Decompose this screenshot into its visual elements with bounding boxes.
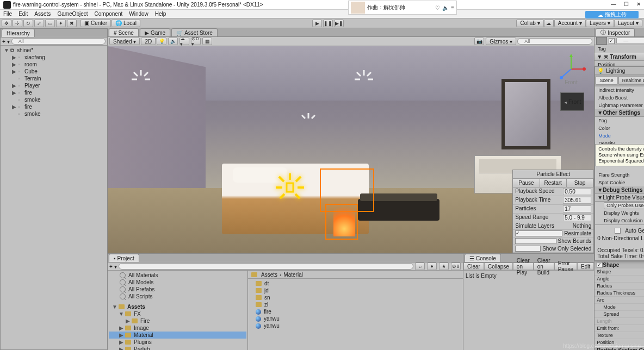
light-gizmo-icon[interactable] [352, 68, 375, 93]
asset-folder[interactable]: ▶Fire [109, 317, 246, 324]
active-checkbox[interactable] [609, 38, 615, 44]
tab-game[interactable]: ▶ Game [140, 28, 170, 36]
favorite-item[interactable]: All Prefabs [109, 286, 246, 293]
hierarchy-search[interactable] [11, 38, 106, 45]
heart-icon[interactable]: ♡ [435, 5, 440, 11]
collab-dropdown[interactable]: Collab ▾ [516, 20, 543, 27]
lighting-tab-realtime[interactable]: Realtime Lightmaps [618, 76, 644, 85]
asset-item[interactable]: yanwu [249, 322, 462, 329]
favorite[interactable]: ★ [439, 262, 449, 270]
lighting-window[interactable]: 💡Lighting ▤ ⊡ ✕ Scene Realtime Lightmaps… [595, 66, 644, 261]
project-browser[interactable]: Assets › Material dtjdsnzlfireyanwuyanwu [248, 271, 463, 350]
hierarchy-item[interactable]: ▫Terrain [1, 75, 107, 82]
particle-pause[interactable]: Pause [513, 179, 540, 187]
console-btn-edit[interactable]: Edit [577, 262, 594, 270]
filter-type[interactable]: ⌕ [415, 262, 425, 270]
misc-toggle[interactable]: ⊘0 ▾ [191, 38, 201, 45]
pause-button[interactable]: ❚❚ [323, 20, 333, 27]
particle-restart[interactable]: Restart [540, 179, 567, 187]
particle-option[interactable]: Show Only Selected [513, 245, 593, 253]
hierarchy-item[interactable]: ▫smoke [1, 96, 107, 103]
menu-assets[interactable]: Assets [34, 11, 51, 17]
shape-enabled[interactable] [597, 262, 603, 268]
rect-tool[interactable]: ▭ [45, 20, 55, 27]
asset-item[interactable]: sn [249, 294, 462, 301]
light-gizmo-icon[interactable] [298, 111, 319, 135]
upload-button[interactable]: ☁ 拖拽上传 [585, 11, 639, 18]
light-gizmo-icon[interactable] [129, 68, 152, 93]
volume-icon[interactable]: 🔈 [442, 5, 449, 11]
console-btn-clear-on-play[interactable]: Clear on Play [513, 262, 534, 270]
hierarchy-item[interactable]: ▶▫Player [1, 82, 107, 89]
pivot-button[interactable]: ▣ Center [81, 20, 111, 27]
lighting-tab-scene[interactable]: Scene [596, 76, 617, 85]
console-btn-clear-on-build[interactable]: Clear on Build [534, 262, 554, 270]
menu-file[interactable]: File [3, 11, 12, 17]
asset-folder[interactable]: ▶Plugins [109, 339, 246, 346]
name-field[interactable] [616, 38, 644, 44]
console-btn-collapse[interactable]: Collapse [484, 262, 513, 270]
favorite-item[interactable]: All Models [109, 279, 246, 286]
tab-hierarchy[interactable]: Hierarchy [2, 29, 35, 37]
lpv-dropdown[interactable]: Only Probes Used By Selection [604, 202, 644, 209]
rotate-tool[interactable]: ↻ [23, 20, 33, 27]
asset-item[interactable]: dt [249, 280, 462, 287]
filter-label[interactable]: ● [427, 262, 437, 270]
tab-project[interactable]: ▪ Project [109, 254, 139, 262]
selected-light-icon[interactable] [274, 171, 306, 204]
particle-option[interactable]: Show Bounds [513, 238, 593, 245]
gizmos-dropdown[interactable]: Gizmos ▾ [486, 38, 516, 45]
hierarchy-item[interactable]: ▶▫fire [1, 103, 107, 110]
create-dropdown[interactable]: + ▾ [2, 39, 10, 45]
asset-item[interactable]: yanwu [249, 315, 462, 322]
transform-header[interactable]: ▼ ⤧ Transform◐ ⁝ [595, 53, 644, 61]
menu-window[interactable]: Window [129, 11, 148, 17]
hierarchy-item[interactable]: ▫smoke [1, 110, 107, 117]
audio-toggle[interactable]: 🔈 [168, 38, 178, 45]
favorite-item[interactable]: All Scripts [109, 293, 246, 300]
custom-tool[interactable]: ✖ [67, 20, 77, 27]
grid-toggle[interactable]: ▦ [202, 38, 212, 45]
hierarchy-item[interactable]: ▶▫Cube [1, 68, 107, 75]
hidden-toggle[interactable]: ⊘8 [451, 262, 461, 270]
tab-console[interactable]: ☰ Console [465, 254, 501, 262]
crumb[interactable]: Assets [261, 272, 277, 278]
hierarchy-item[interactable]: ▼⧉shinei* [1, 47, 107, 54]
lighting-header[interactable]: 💡Lighting ▤ ⊡ ✕ [595, 67, 644, 75]
combo-tool[interactable]: ✦ [56, 20, 66, 27]
lighting-toggle[interactable]: 💡 [157, 38, 166, 45]
layout-dropdown[interactable]: Layout ▾ [614, 20, 642, 27]
scene-viewport[interactable]: Front ◄ Front Particle Effect Pause Rest… [108, 46, 594, 253]
asset-folder[interactable]: ▶Prefeb [109, 346, 246, 350]
asset-item[interactable]: jd [249, 287, 462, 294]
autogen-checkbox[interactable] [615, 228, 621, 234]
maximize-button[interactable]: ☐ [624, 1, 629, 7]
hierarchy-item[interactable]: ▶▫xiaofang [1, 54, 107, 61]
crumb[interactable]: Material [283, 272, 303, 278]
close-button[interactable]: ✕ [636, 1, 641, 7]
account-dropdown[interactable]: Account ▾ [554, 20, 586, 27]
tab-inspector[interactable]: ⓘ Inspector [596, 28, 635, 36]
playlist-icon[interactable]: ≡ [451, 5, 454, 11]
step-button[interactable]: ▶❚ [334, 20, 344, 27]
hierarchy-item[interactable]: ▶▫fire [1, 89, 107, 96]
play-button[interactable]: ▶ [312, 20, 322, 27]
fx-toggle[interactable]: ☁ ▾ [179, 38, 189, 45]
camera-settings[interactable]: 📷 [474, 38, 484, 45]
asset-folder[interactable]: ▶Image [109, 324, 246, 332]
menu-edit[interactable]: Edit [18, 11, 28, 17]
layers-dropdown[interactable]: Layers ▾ [586, 20, 614, 27]
other-settings-header[interactable]: ▼ Other Settings [595, 109, 644, 117]
project-tree[interactable]: All MaterialsAll ModelsAll PrefabsAll Sc… [108, 271, 248, 350]
menu-component[interactable]: Component [95, 11, 123, 17]
particle-stop[interactable]: Stop [567, 179, 593, 187]
menu-help[interactable]: Help [155, 11, 166, 17]
scene-axis-gizmo[interactable]: Front [555, 53, 587, 85]
hand-tool[interactable]: ✥ [2, 20, 11, 27]
cloud-button[interactable]: ☁ [544, 20, 554, 27]
menu-gameobject[interactable]: GameObject [57, 11, 88, 17]
shading-mode[interactable]: Shaded ▾ [109, 38, 140, 45]
favorite-item[interactable]: All Materials [109, 272, 246, 279]
scene-search[interactable] [517, 38, 592, 45]
particle-option[interactable]: Resimulate [513, 230, 593, 238]
